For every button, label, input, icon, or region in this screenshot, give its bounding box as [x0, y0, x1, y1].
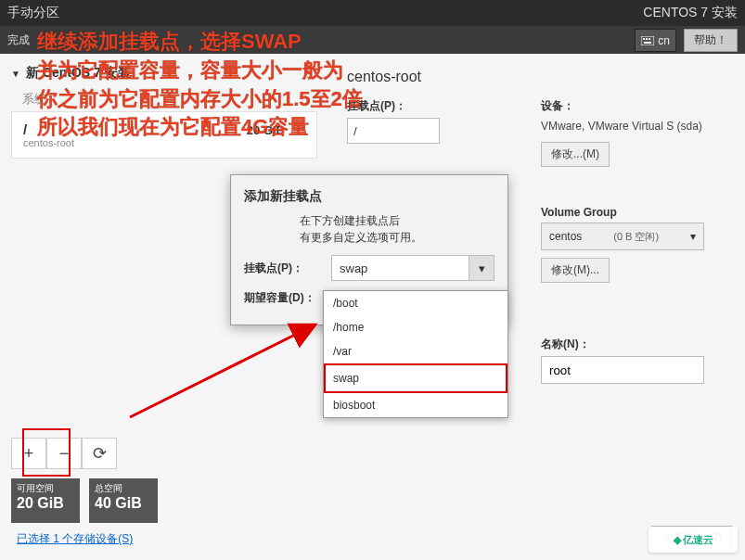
selected-devices-link[interactable]: 已选择 1 个存储设备(S) — [17, 531, 133, 547]
done-button[interactable]: 完成 — [7, 32, 30, 48]
keyboard-indicator[interactable]: cn — [635, 29, 676, 52]
add-mount-button[interactable]: + — [11, 438, 46, 469]
keyboard-icon — [641, 36, 654, 45]
disk-available: 可用空间 20 GiB — [11, 478, 80, 523]
name-label: 名称(N)： — [541, 337, 726, 352]
option-home[interactable]: /home — [324, 315, 507, 339]
vg-free: (0 B 空闲) — [613, 230, 659, 244]
mount-options-dropdown[interactable]: /boot /home /var swap biosboot — [323, 290, 508, 418]
modify-device-button[interactable]: 修改...(M) — [541, 142, 610, 167]
collapse-icon: ▼ — [11, 69, 20, 79]
keyboard-layout-label: cn — [658, 34, 670, 47]
modal-info-2: 有更多自定义选项可用。 — [300, 229, 495, 246]
reload-button[interactable]: ⟳ — [82, 438, 117, 469]
option-var[interactable]: /var — [324, 339, 507, 363]
disk-total: 总空间 40 GiB — [89, 478, 158, 523]
option-boot[interactable]: /boot — [324, 291, 507, 315]
svg-rect-0 — [641, 36, 654, 45]
disk-available-value: 20 GiB — [17, 495, 74, 512]
modal-mount-combo[interactable]: swap ▾ — [331, 255, 495, 281]
svg-rect-1 — [643, 38, 645, 40]
annotation-text: 继续添加挂载点，选择SWAP 并为它配置容量，容量大小一般为 你之前为它配置内存… — [37, 28, 464, 142]
page-title: 手动分区 — [7, 5, 59, 21]
disk-available-label: 可用空间 — [17, 482, 74, 495]
modify-vg-button[interactable]: 修改(M)... — [541, 258, 610, 283]
volume-group-label: Volume Group — [541, 206, 726, 219]
modal-capacity-label: 期望容量(D)： — [244, 290, 324, 306]
name-input[interactable] — [541, 356, 704, 384]
svg-rect-4 — [644, 42, 651, 44]
watermark: ◆ 亿速云 — [649, 527, 738, 553]
help-button[interactable]: 帮助！ — [684, 29, 738, 52]
device-value: VMware, VMware Virtual S (sda) — [541, 118, 726, 134]
disk-total-value: 40 GiB — [95, 495, 152, 512]
device-label: 设备： — [541, 98, 726, 114]
modal-info-1: 在下方创建挂载点后 — [300, 212, 495, 229]
product-title: CENTOS 7 安装 — [643, 5, 738, 21]
chevron-down-icon: ▾ — [690, 230, 696, 243]
modal-mount-value: swap — [331, 255, 469, 281]
option-biosboot[interactable]: biosboot — [324, 393, 507, 417]
svg-rect-3 — [649, 38, 650, 40]
modal-mount-label: 挂载点(P)： — [244, 261, 324, 276]
disk-total-label: 总空间 — [95, 482, 152, 495]
modal-title: 添加新挂载点 — [244, 188, 495, 205]
svg-rect-2 — [646, 38, 648, 40]
vg-name: centos — [549, 230, 582, 243]
volume-group-select[interactable]: centos (0 B 空闲) ▾ — [541, 223, 704, 250]
option-swap[interactable]: swap — [324, 363, 507, 393]
remove-mount-button[interactable]: − — [46, 438, 82, 469]
chevron-down-icon[interactable]: ▾ — [469, 255, 495, 281]
